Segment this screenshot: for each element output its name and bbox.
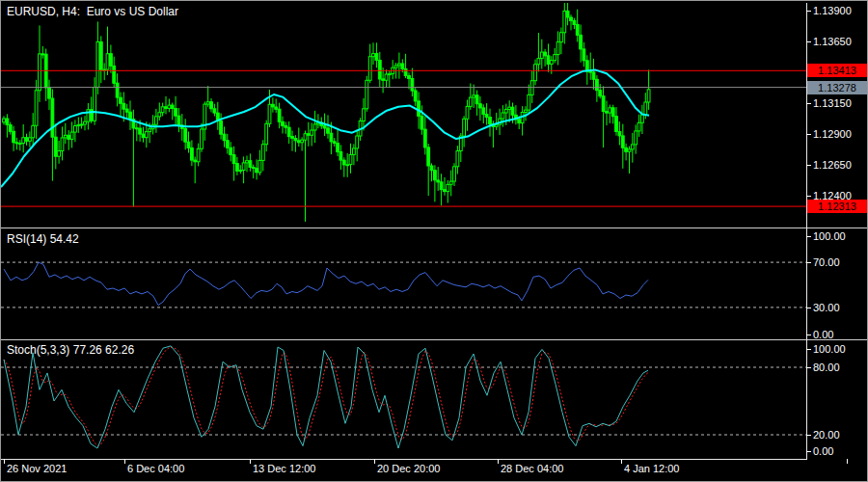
- price-tick-label-tick: [806, 41, 811, 42]
- time-tick: [250, 459, 251, 464]
- time-tick-label: 4 Jan 12:00: [624, 463, 680, 474]
- price-tick-label-tick: [806, 196, 811, 197]
- panel-resize-handle-rsi[interactable]: [1, 228, 868, 228]
- chart-window: EURUSD, H4: Euro vs US Dollar RSI(14) 54…: [0, 0, 868, 482]
- time-tick: [847, 459, 848, 464]
- price-tick-label-tick: [806, 103, 811, 104]
- stoch-tick-label-tick: [806, 367, 811, 368]
- rsi-indicator-label: RSI(14) 54.42: [7, 232, 79, 246]
- stoch-tick-label: 0.00: [813, 445, 833, 457]
- stoch-tick-label-tick: [806, 451, 811, 452]
- time-tick: [4, 459, 5, 464]
- price-tick-label: 1.12650: [813, 159, 852, 171]
- support-price-badge: 1.12313: [807, 200, 867, 213]
- rsi-tick-label: 70.00: [813, 256, 840, 268]
- price-tick-label: 1.13150: [813, 97, 852, 109]
- time-tick-label: 26 Nov 2021: [7, 463, 67, 474]
- time-tick: [374, 459, 375, 464]
- rsi-tick-label-tick: [806, 308, 811, 308]
- stoch-tick-label: 100.00: [813, 343, 846, 355]
- stoch-tick-label: 20.00: [813, 429, 840, 441]
- horizontal-lines[interactable]: [1, 70, 807, 206]
- rsi-tick-label-tick: [806, 236, 811, 237]
- time-tick-label: 6 Dec 04:00: [127, 463, 184, 474]
- candle-bodies: [3, 11, 650, 191]
- symbol-title: EURUSD, H4: Euro vs US Dollar: [7, 5, 178, 18]
- rsi-line[interactable]: [4, 262, 648, 306]
- time-tick-label: 28 Dec 04:00: [501, 463, 563, 474]
- rsi-tick-label-tick: [806, 262, 811, 263]
- rsi-tick-label: 100.00: [813, 230, 846, 242]
- time-scale[interactable]: 26 Nov 20216 Dec 04:0013 Dec 12:0020 Dec…: [1, 459, 868, 482]
- price-tick-label: 1.13900: [813, 5, 852, 16]
- time-tick-label: 13 Dec 12:00: [253, 463, 315, 474]
- stoch-indicator-canvas[interactable]: [1, 340, 807, 459]
- stoch-tick-label-tick: [806, 435, 811, 436]
- price-tick-label-tick: [806, 11, 811, 12]
- stoch-tick-label: 80.00: [813, 362, 840, 373]
- time-tick: [124, 459, 125, 464]
- rsi-tick-label: 0.00: [813, 329, 833, 340]
- rsi-indicator-canvas[interactable]: [1, 229, 807, 338]
- stoch-signal-line[interactable]: [4, 347, 649, 445]
- stoch-tick-label-tick: [806, 349, 811, 350]
- bid-price-badge: 1.13278: [807, 81, 867, 94]
- price-chart-canvas[interactable]: [1, 3, 807, 228]
- ask-price-badge: 1.13413: [807, 64, 867, 77]
- time-tick: [621, 459, 622, 464]
- stoch-indicator-label: Stoch(5,3,3) 77.26 62.26: [7, 343, 134, 357]
- time-tick-label: 20 Dec 20:00: [377, 463, 440, 474]
- rsi-tick-label-tick: [806, 335, 811, 335]
- price-tick-label: 1.12900: [813, 128, 852, 140]
- rsi-tick-label: 30.00: [813, 302, 840, 313]
- price-tick-label-tick: [806, 165, 811, 166]
- price-tick-label-tick: [806, 134, 811, 135]
- price-tick-label: 1.13650: [813, 36, 852, 47]
- time-tick: [498, 459, 499, 464]
